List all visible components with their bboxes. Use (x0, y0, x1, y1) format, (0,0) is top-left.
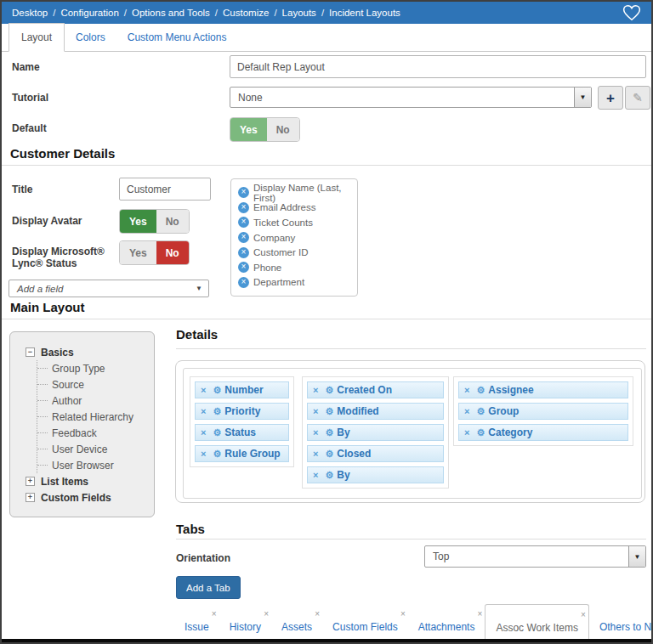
close-tab-icon[interactable]: × (315, 609, 320, 619)
field-chip-category[interactable]: ×⚙Category (458, 424, 628, 441)
remove-field-icon[interactable]: × (238, 247, 249, 258)
tree-node-user-device[interactable]: User Device (37, 441, 149, 457)
collapse-icon[interactable]: − (26, 347, 35, 357)
remove-field-icon[interactable]: × (238, 217, 249, 228)
tree-node-list-items[interactable]: +List Items (19, 473, 149, 489)
field-chip-by[interactable]: ×⚙By (307, 424, 444, 441)
field-chip-status[interactable]: ×⚙Status (195, 424, 289, 441)
close-tab-icon[interactable]: × (478, 609, 483, 619)
remove-chip-icon[interactable]: × (201, 385, 206, 395)
remove-chip-icon[interactable]: × (313, 406, 318, 416)
customer-field-display-name-last-first[interactable]: ×Display Name (Last, First) (238, 185, 350, 201)
layout-tab-assets[interactable]: ×Assets (271, 604, 322, 643)
close-tab-icon[interactable]: × (581, 610, 586, 619)
remove-chip-icon[interactable]: × (201, 427, 206, 438)
remove-chip-icon[interactable]: × (464, 385, 469, 395)
field-chip-priority[interactable]: ×⚙Priority (195, 403, 289, 420)
remove-field-icon[interactable]: × (238, 277, 249, 288)
gear-icon[interactable]: ⚙ (325, 470, 333, 481)
add-field-select[interactable]: Add a field ▼ (9, 280, 209, 297)
layout-tab-attachments[interactable]: ×Attachments (408, 604, 485, 643)
close-tab-icon[interactable]: × (400, 609, 406, 619)
tree-node-user-browser[interactable]: User Browser (37, 457, 149, 473)
field-chip-number[interactable]: ×⚙Number (195, 381, 289, 398)
tab-custom-menu-actions[interactable]: Custom Menu Actions (116, 24, 238, 51)
tree-node-related-hierarchy[interactable]: Related Hierarchy (37, 409, 149, 425)
orientation-select[interactable]: Top ▼ (424, 545, 646, 568)
tree-node-group-type[interactable]: Group Type (37, 360, 149, 376)
avatar-no-option[interactable]: No (156, 210, 189, 233)
field-chip-group[interactable]: ×⚙Group (458, 403, 628, 420)
tree-node-basics[interactable]: −Basics (19, 344, 149, 360)
gear-icon[interactable]: ⚙ (213, 427, 221, 438)
tutorial-dropdown-arrow-icon[interactable]: ▼ (574, 88, 591, 107)
gear-icon[interactable]: ⚙ (325, 385, 333, 396)
breadcrumb-item-customize[interactable]: Customize (223, 8, 269, 18)
breadcrumb-item-desktop[interactable]: Desktop (12, 8, 48, 18)
breadcrumb-item-options-and-tools[interactable]: Options and Tools (132, 8, 210, 18)
default-no-option[interactable]: No (267, 118, 299, 141)
remove-chip-icon[interactable]: × (313, 427, 318, 438)
breadcrumb-item-incident-layouts[interactable]: Incident Layouts (329, 8, 400, 18)
customer-field-ticket-counts[interactable]: ×Ticket Counts (238, 215, 350, 230)
tree-node-feedback[interactable]: Feedback (37, 425, 149, 441)
gear-icon[interactable]: ⚙ (476, 427, 485, 438)
default-toggle[interactable]: Yes No (230, 117, 300, 142)
gear-icon[interactable]: ⚙ (213, 406, 221, 417)
remove-field-icon[interactable]: × (238, 262, 249, 273)
name-input[interactable] (230, 55, 646, 78)
customer-field-phone[interactable]: ×Phone (238, 260, 350, 275)
expand-icon[interactable]: + (26, 477, 35, 486)
field-chip-created-on[interactable]: ×⚙Created On (307, 381, 444, 398)
gear-icon[interactable]: ⚙ (476, 406, 485, 417)
gear-icon[interactable]: ⚙ (213, 385, 221, 396)
remove-field-icon[interactable]: × (238, 232, 249, 243)
details-drop-area[interactable]: ×⚙Number×⚙Priority×⚙Status×⚙Rule Group×⚙… (175, 360, 645, 503)
layout-tab-assoc-work-items[interactable]: ×Assoc Work Items (485, 604, 588, 644)
tab-colors[interactable]: Colors (65, 24, 116, 51)
layout-tab-custom-fields[interactable]: ×Custom Fields (322, 604, 408, 643)
remove-field-icon[interactable]: × (238, 187, 249, 198)
gear-icon[interactable]: ⚙ (325, 406, 333, 417)
tree-node-custom-fields[interactable]: +Custom Fields (19, 489, 149, 506)
tutorial-add-button[interactable]: + (598, 86, 623, 110)
expand-icon[interactable]: + (26, 493, 35, 502)
field-chip-by[interactable]: ×⚙By (307, 466, 444, 483)
layout-tab-history[interactable]: ×History (219, 604, 271, 643)
breadcrumb-item-configuration[interactable]: Configuration (60, 8, 118, 18)
remove-chip-icon[interactable]: × (464, 427, 469, 438)
field-chip-modified[interactable]: ×⚙Modified (307, 403, 444, 420)
customer-field-department[interactable]: ×Department (238, 275, 350, 291)
customer-field-company[interactable]: ×Company (238, 230, 350, 246)
close-tab-icon[interactable]: × (264, 609, 269, 619)
add-tab-button[interactable]: Add a Tab (176, 576, 241, 599)
remove-field-icon[interactable]: × (238, 202, 249, 213)
tutorial-edit-button[interactable]: ✎ (625, 86, 650, 110)
orientation-dropdown-arrow-icon[interactable]: ▼ (628, 546, 645, 567)
remove-chip-icon[interactable]: × (313, 470, 318, 480)
avatar-toggle[interactable]: Yes No (119, 209, 190, 234)
remove-chip-icon[interactable]: × (313, 449, 318, 459)
tree-node-author[interactable]: Author (37, 393, 149, 409)
remove-chip-icon[interactable]: × (313, 385, 318, 395)
remove-chip-icon[interactable]: × (201, 449, 206, 459)
title-input[interactable] (119, 178, 211, 201)
layout-tab-others-to-notify[interactable]: ×Others to Notify (589, 604, 653, 643)
field-chip-closed[interactable]: ×⚙Closed (307, 445, 444, 462)
gear-icon[interactable]: ⚙ (476, 385, 485, 396)
gear-icon[interactable]: ⚙ (325, 427, 333, 438)
remove-chip-icon[interactable]: × (464, 406, 469, 416)
field-chip-rule-group[interactable]: ×⚙Rule Group (195, 445, 289, 462)
tab-layout[interactable]: Layout (9, 23, 65, 52)
customer-field-customer-id[interactable]: ×Customer ID (238, 245, 350, 260)
lync-yes-option[interactable]: Yes (120, 241, 156, 264)
lync-toggle[interactable]: Yes No (119, 240, 190, 265)
breadcrumb-item-layouts[interactable]: Layouts (282, 8, 316, 18)
field-chip-assignee[interactable]: ×⚙Assignee (458, 381, 628, 398)
tree-node-source[interactable]: Source (37, 376, 149, 393)
favorite-heart-icon[interactable] (622, 4, 641, 21)
remove-chip-icon[interactable]: × (201, 406, 206, 416)
default-yes-option[interactable]: Yes (230, 118, 267, 141)
lync-no-option[interactable]: No (156, 241, 189, 264)
gear-icon[interactable]: ⚙ (325, 449, 333, 460)
